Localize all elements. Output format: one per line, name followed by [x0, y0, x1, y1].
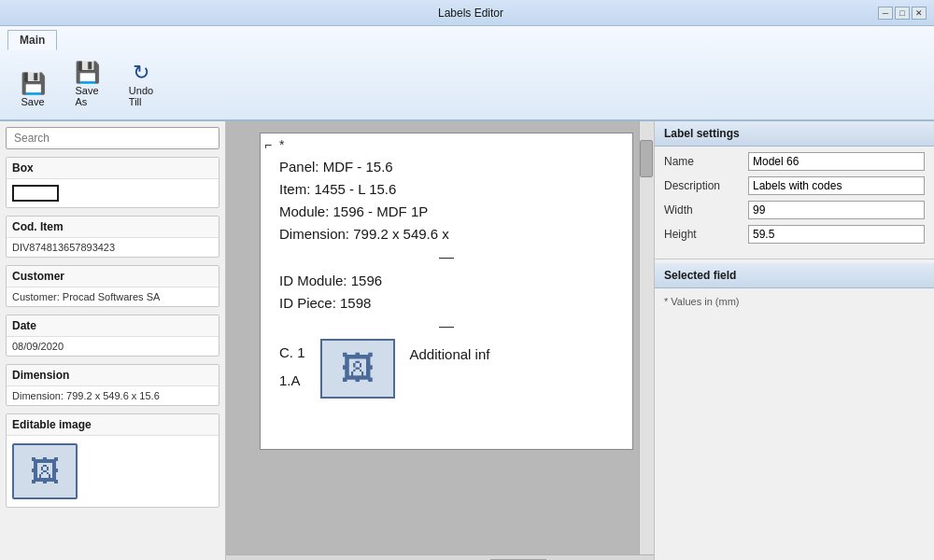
box-content: [7, 179, 219, 207]
vertical-scrollbar[interactable]: [639, 121, 654, 554]
separator-1: —: [279, 249, 614, 266]
sidebar-section-customer: Customer Customer: Procad Softwares SA: [6, 265, 219, 307]
box-header: Box: [7, 158, 219, 179]
label-bottom: C. 1 1.A 🖼 Additional inf: [279, 339, 614, 399]
height-input[interactable]: [748, 225, 925, 244]
asterisk-mark: *: [279, 137, 284, 152]
selected-field-header: Selected field: [655, 263, 934, 288]
save-icon: 💾: [21, 74, 46, 94]
sidebar-section-editable-image: Editable image 🖼: [6, 413, 219, 508]
window-title: Labels Editor: [64, 7, 878, 20]
additional-text: Additional inf: [410, 346, 490, 362]
editable-image-content: 🖼: [7, 436, 219, 507]
label-line-3: Module: 1596 - MDF 1P: [279, 201, 614, 223]
cod-item-header: Cod. Item: [7, 217, 219, 238]
sidebar-section-dimension: Dimension Dimension: 799.2 x 549.6 x 15.…: [6, 364, 219, 406]
ribbon-tabs: Main: [7, 30, 927, 50]
undo-icon: ↻: [133, 63, 149, 83]
label-line-1: Panel: MDF - 15.6: [279, 156, 614, 178]
width-label: Width: [664, 203, 748, 217]
canvas-inner: ⌐ * Panel: MDF - 15.6 Item: 1455 - L 15.…: [226, 121, 639, 554]
undo-till-button[interactable]: ↻ UndoTill: [116, 58, 166, 112]
bottom-line-2: 1.A: [279, 367, 305, 395]
minimize-button[interactable]: ─: [878, 7, 893, 20]
name-label: Name: [664, 155, 748, 168]
field-row-description: Description: [664, 176, 925, 195]
title-bar: Labels Editor ─ □ ✕: [0, 0, 934, 26]
editable-image-header: Editable image: [7, 414, 219, 436]
label-settings-content: Name Description Width Height: [655, 147, 934, 255]
field-row-height: Height: [664, 225, 925, 244]
dimension-header: Dimension: [7, 365, 219, 386]
right-panel: Label settings Name Description Width He…: [654, 121, 934, 560]
save-button[interactable]: 💾 Save: [7, 69, 58, 112]
save-as-icon: 💾: [75, 63, 100, 83]
sidebar-section-date: Date 08/09/2020: [6, 315, 219, 357]
sidebar-section-box: Box: [6, 157, 219, 208]
dimension-value: Dimension: 799.2 x 549.6 x 15.6: [7, 386, 219, 405]
label-image-icon: 🖼: [341, 349, 375, 388]
scroll-v-thumb[interactable]: [640, 140, 653, 177]
description-input[interactable]: [748, 176, 925, 195]
canvas-area: ⌐ * Panel: MDF - 15.6 Item: 1455 - L 15.…: [226, 121, 654, 560]
description-label: Description: [664, 179, 748, 192]
label-image-placeholder[interactable]: 🖼: [320, 339, 395, 399]
canvas-container: ⌐ * Panel: MDF - 15.6 Item: 1455 - L 15.…: [226, 121, 654, 560]
sidebar-section-cod-item: Cod. Item DIV874813657893423: [6, 216, 219, 258]
field-row-width: Width: [664, 201, 925, 219]
field-row-name: Name: [664, 152, 925, 171]
customer-value: Customer: Procad Softwares SA: [7, 287, 219, 306]
editable-image-preview[interactable]: 🖼: [12, 443, 78, 499]
sidebar: Box Cod. Item DIV874813657893423 Custome…: [0, 121, 226, 560]
bottom-left-text: C. 1 1.A: [279, 339, 305, 395]
bottom-line-1: C. 1: [279, 339, 305, 367]
values-note: * Values in (mm): [655, 288, 934, 315]
window-controls[interactable]: ─ □ ✕: [878, 7, 927, 20]
maximize-button[interactable]: □: [895, 7, 910, 20]
main-area: Box Cod. Item DIV874813657893423 Custome…: [0, 121, 934, 560]
box-preview: [12, 185, 59, 202]
customer-header: Customer: [7, 266, 219, 287]
search-input[interactable]: [6, 127, 219, 149]
date-value: 08/09/2020: [7, 337, 219, 356]
tab-main[interactable]: Main: [7, 30, 57, 50]
save-label: Save: [21, 96, 44, 107]
corner-mark: ⌐: [264, 137, 272, 152]
cod-item-value: DIV874813657893423: [7, 238, 219, 257]
label-line-5: ID Module: 1596: [279, 270, 614, 292]
label-canvas[interactable]: ⌐ * Panel: MDF - 15.6 Item: 1455 - L 15.…: [260, 133, 633, 450]
close-window-button[interactable]: ✕: [912, 7, 927, 20]
label-settings-header: Label settings: [655, 121, 934, 147]
save-as-button[interactable]: 💾 SaveAs: [62, 58, 112, 112]
height-label: Height: [664, 228, 748, 241]
save-as-label: SaveAs: [75, 85, 98, 107]
name-input[interactable]: [748, 152, 925, 171]
ribbon: Main 💾 Save 💾 SaveAs ↻ UndoTill: [0, 26, 934, 121]
width-input[interactable]: [748, 201, 925, 219]
label-line-6: ID Piece: 1598: [279, 292, 614, 315]
image-placeholder-icon: 🖼: [30, 455, 60, 489]
separator-2: —: [279, 318, 614, 335]
label-line-2: Item: 1455 - L 15.6: [279, 178, 614, 201]
label-line-4: Dimension: 799.2 x 549.6 x: [279, 223, 614, 245]
horizontal-scrollbar-area: ◀ ▶ Zoom 97% 50% 75% 100% 125% 150%: [226, 554, 654, 560]
date-header: Date: [7, 315, 219, 337]
right-divider: [655, 259, 934, 259]
undo-till-label: UndoTill: [129, 85, 153, 107]
ribbon-content: 💾 Save 💾 SaveAs ↻ UndoTill: [7, 54, 927, 116]
